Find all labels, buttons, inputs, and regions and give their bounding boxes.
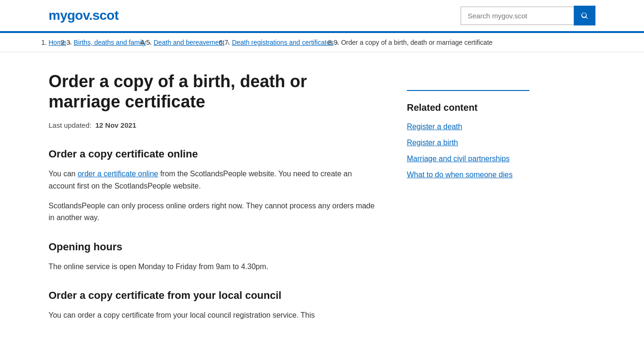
breadcrumb-death[interactable]: Death and bereavement [154, 39, 224, 46]
search-input[interactable] [461, 7, 574, 25]
sidebar-divider [407, 90, 529, 91]
main-container: Order a copy of a birth, death or marria… [39, 52, 605, 348]
last-updated-label: Last updated: [49, 121, 91, 129]
site-header: mygov.scot [0, 0, 644, 33]
section-council-para-1: You can order a copy certificate from yo… [49, 309, 379, 321]
section-online-para-2: ScotlandsPeople can only process online … [49, 200, 379, 224]
page-title: Order a copy of a birth, death or marria… [49, 71, 379, 112]
site-logo[interactable]: mygov.scot [49, 8, 119, 23]
breadcrumb-bar: Home › Births, deaths and family › Death… [0, 33, 644, 52]
content-area: Order a copy of a birth, death or marria… [49, 71, 379, 329]
search-container [461, 6, 595, 25]
related-link-marriage[interactable]: Marriage and civil partnerships [407, 155, 529, 163]
breadcrumb-death-reg[interactable]: Death registrations and certificates [232, 39, 334, 46]
breadcrumb-births[interactable]: Births, deaths and family [74, 39, 146, 46]
section-online-para-1: You can order a certificate online from … [49, 168, 379, 192]
section-hours-para-1: The online service is open Monday to Fri… [49, 261, 379, 273]
search-icon [580, 11, 589, 20]
section-heading-hours: Opening hours [49, 241, 379, 253]
last-updated-date: 12 Nov 2021 [95, 121, 136, 129]
sidebar: Related content Register a death Registe… [407, 71, 529, 329]
related-link-register-death[interactable]: Register a death [407, 123, 529, 131]
related-link-register-birth[interactable]: Register a birth [407, 139, 529, 147]
related-link-someone-dies[interactable]: What to do when someone dies [407, 171, 529, 179]
related-content-title: Related content [407, 102, 529, 113]
order-certificate-link[interactable]: order a certificate online [78, 170, 158, 178]
breadcrumb-current: Order a copy of a birth, death or marria… [341, 39, 492, 46]
breadcrumb: Home › Births, deaths and family › Death… [49, 39, 595, 46]
section-heading-council: Order a copy certificate from your local… [49, 289, 379, 302]
section-heading-online: Order a copy certificate online [49, 148, 379, 160]
search-button[interactable] [574, 6, 595, 25]
last-updated: Last updated: 12 Nov 2021 [49, 121, 379, 129]
section-online-para-1-before: You can [49, 170, 78, 178]
